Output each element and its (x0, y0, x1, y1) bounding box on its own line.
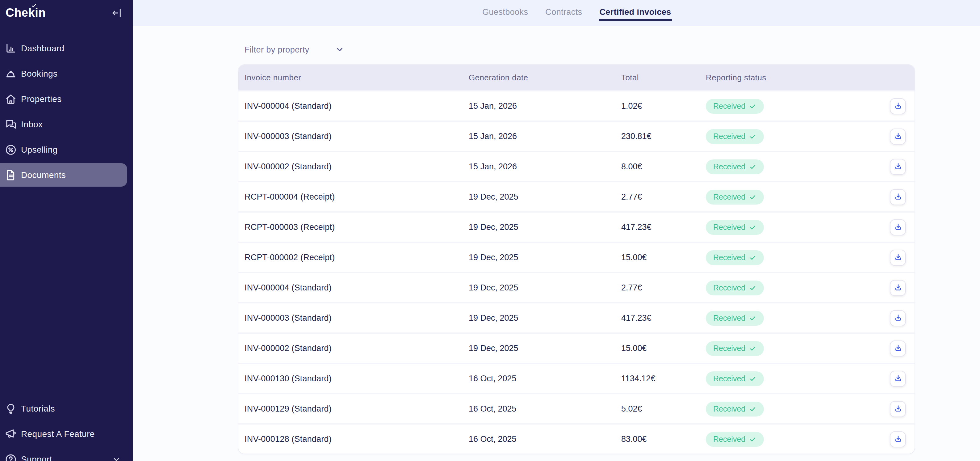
table-row: INV-000004 (Standard) 15 Jan, 2026 1.02€… (239, 90, 915, 121)
sidebar-item-inbox[interactable]: Inbox (0, 112, 127, 136)
download-button[interactable] (890, 280, 906, 296)
invoice-number-cell: RCPT-000003 (Receipt) (245, 222, 469, 232)
invoice-number-cell: INV-000129 (Standard) (245, 404, 469, 413)
total-cell: 1.02€ (621, 101, 706, 111)
filter-label: Filter by property (245, 45, 309, 54)
total-cell: 15.00€ (621, 253, 706, 262)
invoice-number-cell: RCPT-000004 (Receipt) (245, 192, 469, 201)
dashboard-icon (4, 42, 17, 55)
sidebar-nav: Dashboard Bookings Properties Inbox Upse… (0, 37, 133, 187)
check-icon (749, 102, 756, 110)
property-filter-select[interactable]: Filter by property (245, 45, 345, 54)
sidebar-item-bookings[interactable]: Bookings (0, 62, 127, 85)
sidebar-collapse-icon[interactable] (111, 7, 123, 19)
download-button[interactable] (890, 401, 906, 417)
megaphone-icon (4, 428, 17, 440)
download-button[interactable] (890, 98, 906, 114)
download-button[interactable] (890, 158, 906, 175)
generation-date-cell: 15 Jan, 2026 (469, 132, 621, 141)
reporting-status-cell: Received (706, 311, 890, 325)
check-icon (749, 435, 756, 443)
download-button[interactable] (890, 128, 906, 144)
reporting-status-cell: Received (706, 190, 890, 204)
table-row: RCPT-000002 (Receipt) 19 Dec, 2025 15.00… (239, 242, 915, 272)
column-header-total: Total (621, 73, 706, 82)
reporting-status-cell: Received (706, 432, 890, 447)
download-icon (893, 434, 902, 444)
invoice-number-cell: INV-000002 (Standard) (245, 162, 469, 171)
check-icon (749, 223, 756, 231)
download-button[interactable] (890, 249, 906, 265)
logo-check-icon (31, 2, 37, 9)
status-badge: Received (706, 401, 764, 416)
generation-date-cell: 16 Oct, 2025 (469, 374, 621, 383)
total-cell: 15.00€ (621, 344, 706, 353)
invoice-number-cell: INV-000130 (Standard) (245, 374, 469, 383)
invoice-number-cell: INV-000003 (Standard) (245, 132, 469, 141)
table-row: INV-000003 (Standard) 15 Jan, 2026 230.8… (239, 121, 915, 151)
total-cell: 83.00€ (621, 434, 706, 444)
upselling-icon (4, 143, 17, 156)
download-button[interactable] (890, 340, 906, 356)
generation-date-cell: 15 Jan, 2026 (469, 101, 621, 111)
reporting-status-cell: Received (706, 341, 890, 356)
inbox-icon (4, 118, 17, 131)
download-icon (893, 313, 902, 322)
app-root: Chekin Dashboard Bookings Properties Inb… (0, 0, 980, 461)
sidebar-item-documents[interactable]: Documents (0, 163, 127, 187)
generation-date-cell: 16 Oct, 2025 (469, 434, 621, 444)
total-cell: 2.77€ (621, 192, 706, 201)
table-header-row: Invoice numberGeneration dateTotalReport… (239, 65, 915, 90)
reporting-status-cell: Received (706, 99, 890, 113)
total-cell: 230.81€ (621, 132, 706, 141)
reporting-status-cell: Received (706, 220, 890, 234)
check-icon (749, 254, 756, 261)
download-icon (893, 101, 902, 111)
download-button[interactable] (890, 189, 906, 205)
check-icon (749, 314, 756, 322)
table-row: INV-000130 (Standard) 16 Oct, 2025 1134.… (239, 363, 915, 393)
main-area: GuestbooksContractsCertified invoices Fi… (133, 0, 980, 461)
bookings-icon (4, 67, 17, 80)
download-icon (893, 253, 902, 262)
status-badge: Received (706, 99, 764, 113)
check-icon (749, 375, 756, 382)
table-row: INV-000002 (Standard) 15 Jan, 2026 8.00€… (239, 151, 915, 181)
tab-guestbooks[interactable]: Guestbooks (482, 5, 528, 21)
sidebar-item-upselling[interactable]: Upselling (0, 138, 127, 161)
download-icon (893, 162, 902, 171)
generation-date-cell: 15 Jan, 2026 (469, 162, 621, 171)
sidebar-item-request-a-feature[interactable]: Request A Feature (0, 422, 127, 445)
total-cell: 1134.12€ (621, 374, 706, 383)
invoice-number-cell: INV-000002 (Standard) (245, 344, 469, 353)
invoice-number-cell: INV-000004 (Standard) (245, 283, 469, 292)
status-badge: Received (706, 190, 764, 204)
invoice-number-cell: INV-000003 (Standard) (245, 313, 469, 322)
reporting-status-cell: Received (706, 129, 890, 144)
download-button[interactable] (890, 219, 906, 235)
total-cell: 8.00€ (621, 162, 706, 171)
chevron-down-icon (335, 45, 345, 54)
sidebar-item-properties[interactable]: Properties (0, 87, 127, 111)
tab-certified-invoices[interactable]: Certified invoices (599, 5, 671, 21)
download-button[interactable] (890, 370, 906, 386)
column-header-reporting-status: Reporting status (706, 73, 890, 82)
sidebar-item-tutorials[interactable]: Tutorials (0, 397, 127, 420)
check-icon (749, 132, 756, 140)
table-body: INV-000004 (Standard) 15 Jan, 2026 1.02€… (239, 90, 915, 454)
download-button[interactable] (890, 431, 906, 447)
table-row: INV-000003 (Standard) 19 Dec, 2025 417.2… (239, 302, 915, 332)
total-cell: 417.23€ (621, 222, 706, 232)
certified-invoices-table: Invoice numberGeneration dateTotalReport… (239, 65, 915, 454)
tutorials-icon (4, 402, 17, 415)
download-icon (893, 344, 902, 353)
download-button[interactable] (890, 310, 906, 326)
topbar-tabs: GuestbooksContractsCertified invoices (133, 0, 980, 26)
column-header-invoice-number: Invoice number (245, 73, 469, 82)
tab-contracts[interactable]: Contracts (545, 5, 582, 21)
sidebar-item-support[interactable]: Support (0, 447, 127, 461)
invoice-number-cell: INV-000128 (Standard) (245, 434, 469, 444)
status-badge: Received (706, 371, 764, 386)
total-cell: 2.77€ (621, 283, 706, 292)
sidebar-item-dashboard[interactable]: Dashboard (0, 37, 127, 60)
